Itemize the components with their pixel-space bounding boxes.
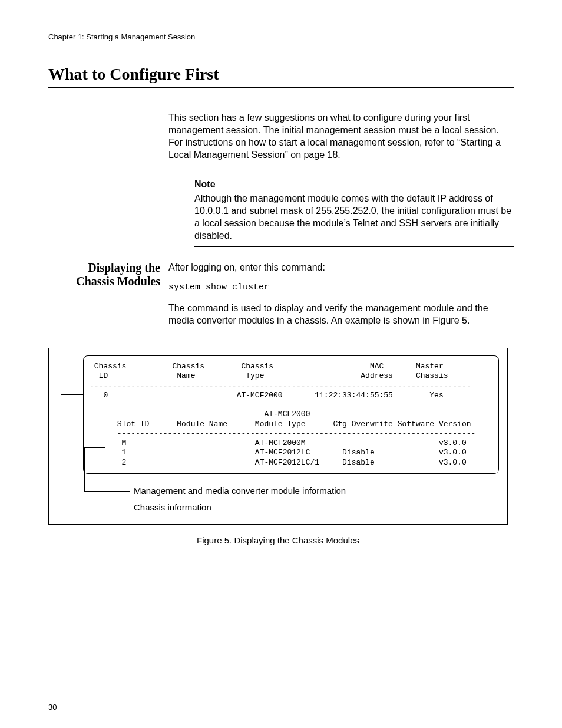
figure-box: Chassis Chassis Chassis MAC Master ID Na… [48, 348, 508, 525]
note-body: Although the management module comes wit… [194, 192, 514, 242]
figure-caption: Figure 5. Displaying the Chassis Modules [48, 535, 508, 545]
page-number: 30 [48, 703, 57, 711]
command-text: system show cluster [168, 282, 514, 294]
cli-output: Chassis Chassis Chassis MAC Master ID Na… [83, 355, 499, 474]
chapter-header: Chapter 1: Starting a Management Session [48, 32, 514, 41]
note-block: Note Although the management module come… [194, 174, 514, 247]
command-desc: The command is used to display and verif… [168, 302, 514, 327]
callout-modules: Management and media converter module in… [134, 486, 346, 496]
intro-paragraph: This section has a few suggestions on wh… [168, 111, 514, 161]
callout-chassis: Chassis information [134, 502, 211, 512]
subsection-heading-l2: Chassis Modules [48, 275, 160, 288]
note-label: Note [194, 178, 514, 190]
subsection-heading-l1: Displaying the [48, 261, 160, 275]
command-intro: After logging on, enter this command: [168, 261, 514, 274]
page-title: What to Configure First [48, 65, 514, 88]
